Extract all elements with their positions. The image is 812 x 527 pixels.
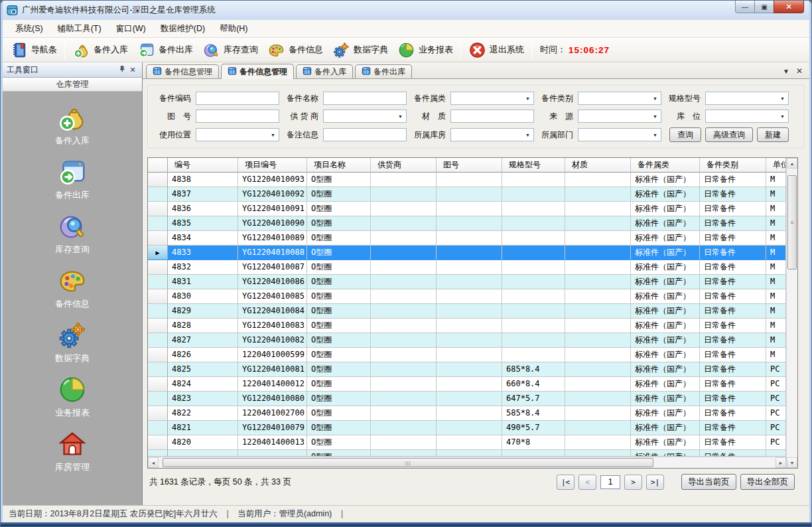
- menu-item-1[interactable]: 辅助工具(T): [50, 21, 109, 37]
- table-row[interactable]: 4832YG12204010087O型圈标准件（国产）日常备件M: [148, 260, 786, 275]
- sidebar-item-label: 备件信息: [55, 298, 90, 310]
- table-row[interactable]: 4836YG12204010091O型圈标准件（国产）日常备件M: [148, 202, 786, 216]
- sidebar-item-备件出库[interactable]: 备件出库: [23, 157, 122, 201]
- toolbar-button-备件入库[interactable]: 备件入库: [68, 39, 133, 61]
- table-row[interactable]: 4835YG12204010090O型圈标准件（国产）日常备件M: [148, 216, 786, 231]
- vertical-scroll-thumb[interactable]: ≡: [787, 175, 797, 269]
- form-select-所属部门[interactable]: ▼: [578, 128, 661, 141]
- scroll-right-icon[interactable]: ►: [776, 457, 786, 468]
- tab-3[interactable]: 备件出库: [355, 64, 412, 78]
- column-header-备件属类[interactable]: 备件属类: [631, 158, 700, 173]
- next-page-button[interactable]: >: [624, 475, 642, 490]
- sidebar-item-数据字典[interactable]: 数据字典: [23, 320, 122, 364]
- horizontal-scroll-thumb[interactable]: |||: [163, 458, 653, 467]
- prev-page-button[interactable]: <: [578, 475, 596, 490]
- form-select-规格型号[interactable]: ▼: [705, 92, 789, 105]
- form-input-备件名称[interactable]: [323, 92, 407, 105]
- menu-item-2[interactable]: 窗口(W): [109, 21, 153, 37]
- form-select-供 货 商[interactable]: ▼: [323, 110, 407, 123]
- export-all-pages-button[interactable]: 导出全部页: [740, 474, 795, 490]
- form-input-图 号[interactable]: [196, 110, 279, 123]
- table-row[interactable]: 4821YG12204010079O型圈490*5.7标准件（国产）日常备件PC: [148, 421, 786, 435]
- form-input-备件编码[interactable]: [196, 92, 279, 105]
- scroll-down-icon[interactable]: ▼: [787, 457, 797, 468]
- table-row[interactable]: 48221220401002700O型圈585*8.4标准件（国产）日常备件PC: [148, 406, 786, 421]
- column-header-单位[interactable]: 单位: [766, 158, 786, 173]
- form-select-使用位置[interactable]: ▼: [196, 128, 279, 141]
- grid-cell-spec: [502, 202, 565, 216]
- sidebar-item-备件入库[interactable]: 备件入库: [23, 102, 122, 147]
- new-button[interactable]: 新建: [757, 127, 789, 142]
- sidebar-group-warehouse[interactable]: 仓库管理: [3, 78, 142, 92]
- scroll-up-icon[interactable]: ▲: [787, 158, 797, 169]
- table-row[interactable]: O型圈标准件（国产）日常备件: [148, 450, 786, 457]
- table-row[interactable]: 4823YG12204010080O型圈647*5.7标准件（国产）日常备件PC: [148, 392, 786, 406]
- tool-window-close-icon[interactable]: ✕: [127, 66, 138, 74]
- column-header-规格型号[interactable]: 规格型号: [502, 158, 565, 173]
- tab-1-active[interactable]: 备件信息管理: [221, 64, 294, 79]
- export-current-page-button[interactable]: 导出当前页: [681, 474, 736, 490]
- menu-item-0[interactable]: 系统(S): [8, 21, 50, 37]
- column-header-图号[interactable]: 图号: [437, 158, 502, 173]
- minimize-window-button[interactable]: —: [735, 1, 755, 13]
- form-select-备件属类[interactable]: ▼: [450, 92, 534, 105]
- grid-cell-category: 标准件（国产）: [631, 377, 700, 392]
- advanced-query-button[interactable]: 高级查询: [705, 127, 753, 142]
- toolbar-button-备件信息[interactable]: 备件信息: [263, 39, 328, 61]
- sidebar-item-库房管理[interactable]: 库房管理: [23, 429, 122, 473]
- table-row[interactable]: 4825YG12204010081O型圈685*8.4标准件（国产）日常备件PC: [148, 362, 786, 377]
- horizontal-scrollbar[interactable]: ◄|||►: [148, 457, 786, 468]
- table-row[interactable]: 4828YG12204010083O型圈标准件（国产）日常备件M: [148, 319, 786, 333]
- column-header-备件类别[interactable]: 备件类别: [700, 158, 766, 173]
- table-row[interactable]: 4837YG12204010092O型圈标准件（国产）日常备件M: [148, 187, 786, 202]
- form-select-库 位[interactable]: ▼: [705, 110, 789, 123]
- scroll-left-icon[interactable]: ◄: [148, 457, 159, 468]
- sidebar-item-业务报表[interactable]: 业务报表: [23, 374, 122, 419]
- grid-cell-project_no: YG12204010093: [238, 173, 307, 187]
- column-header-材质[interactable]: 材质: [565, 158, 631, 173]
- table-row[interactable]: 48201220401400013O型圈470*8标准件（国产）日常备件PC: [148, 435, 786, 450]
- page-number-input[interactable]: [600, 475, 620, 489]
- tab-close-icon[interactable]: ✕: [796, 66, 803, 76]
- tab-list-dropdown-icon[interactable]: ▼: [783, 68, 789, 75]
- first-page-button[interactable]: |<: [557, 475, 575, 490]
- tab-2[interactable]: 备件入库: [296, 64, 353, 78]
- close-window-button[interactable]: ✕: [774, 1, 804, 13]
- form-input-备注信息[interactable]: [323, 128, 407, 141]
- toolbar-button-退出系统[interactable]: 退出系统: [464, 39, 529, 61]
- column-header-项目编号[interactable]: 项目编号: [238, 158, 307, 173]
- vertical-scrollbar[interactable]: ▲ ≡ ▼: [786, 158, 797, 468]
- pin-icon[interactable]: [117, 65, 127, 74]
- form-input-材 质[interactable]: [450, 110, 534, 123]
- grid-cell-figure: [437, 421, 502, 435]
- table-row[interactable]: 4834YG12204010089O型圈标准件（国产）日常备件M: [148, 231, 786, 246]
- query-button[interactable]: 查询: [669, 127, 701, 142]
- toolbar-button-库存查询[interactable]: 库存查询: [198, 39, 263, 61]
- form-select-来 源[interactable]: ▼: [578, 110, 661, 123]
- sidebar-item-库存查询[interactable]: 库存查询: [23, 211, 122, 256]
- toolbar-button-导航条[interactable]: 导航条: [5, 39, 62, 61]
- grid-cell-type: 日常备件: [700, 275, 766, 289]
- menu-item-3[interactable]: 数据维护(D): [153, 21, 212, 37]
- maximize-window-button[interactable]: ▣: [755, 1, 774, 13]
- column-header-供货商[interactable]: 供货商: [371, 158, 437, 173]
- form-select-所属库房[interactable]: ▼: [450, 128, 534, 141]
- last-page-button[interactable]: >|: [646, 475, 664, 490]
- toolbar-button-备件出库[interactable]: 备件出库: [133, 39, 198, 61]
- table-row[interactable]: 4838YG12204010093O型圈标准件（国产）日常备件M: [148, 173, 786, 187]
- table-row[interactable]: 4830YG12204010085O型圈标准件（国产）日常备件M: [148, 289, 786, 304]
- column-header-项目名称[interactable]: 项目名称: [307, 158, 371, 173]
- table-row[interactable]: 48261220401000599O型圈标准件（国产）日常备件M: [148, 348, 786, 362]
- table-row[interactable]: 4827YG12204010082O型圈标准件（国产）日常备件M: [148, 333, 786, 348]
- table-row[interactable]: 4829YG12204010084O型圈标准件（国产）日常备件M: [148, 304, 786, 319]
- column-header-编号[interactable]: 编号: [168, 158, 238, 173]
- toolbar-button-数据字典[interactable]: 数据字典: [328, 39, 393, 61]
- table-row[interactable]: 4831YG12204010086O型圈标准件（国产）日常备件M: [148, 275, 786, 289]
- table-row[interactable]: 48241220401400012O型圈660*8.4标准件（国产）日常备件PC: [148, 377, 786, 392]
- toolbar-button-业务报表[interactable]: 业务报表: [393, 39, 458, 61]
- tab-0[interactable]: 备件信息管理: [146, 64, 219, 78]
- menu-item-4[interactable]: 帮助(H): [212, 21, 255, 37]
- form-select-备件类别[interactable]: ▼: [578, 92, 661, 105]
- table-row-selected[interactable]: ▶4833YG12204010088O型圈标准件（国产）日常备件M: [148, 246, 786, 260]
- sidebar-item-备件信息[interactable]: 备件信息: [23, 265, 122, 310]
